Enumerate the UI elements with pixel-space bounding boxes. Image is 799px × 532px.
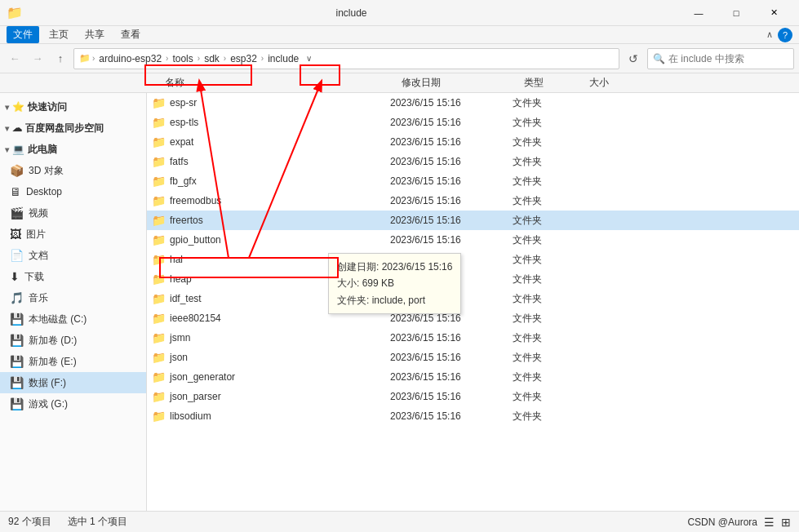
table-row[interactable]: 📁 json_parser 2023/6/15 15:16 文件夹	[147, 387, 799, 406]
path-segment-include[interactable]: include	[265, 52, 301, 65]
col-header-type[interactable]: 类型	[519, 76, 584, 90]
file-date: 2023/6/15 15:16	[390, 195, 513, 206]
table-row[interactable]: 📁 libsodium 2023/6/15 15:16 文件夹	[147, 406, 799, 426]
file-name: json_parser	[170, 391, 390, 402]
file-type: 文件夹	[513, 116, 578, 130]
folder-icon: 📁	[152, 331, 166, 344]
menu-share[interactable]: 共享	[78, 26, 111, 43]
folder-icon: 📁	[152, 273, 166, 286]
address-path[interactable]: 📁 › arduino-esp32 › tools › sdk › esp32 …	[73, 48, 619, 69]
table-row[interactable]: 📁 fb_gfx 2023/6/15 15:16 文件夹	[147, 171, 799, 191]
path-sep-3: ›	[224, 54, 226, 63]
search-icon: 🔍	[653, 53, 665, 64]
file-name: jsmn	[170, 332, 390, 344]
search-input[interactable]	[668, 53, 791, 64]
d-drive-label: 新加卷 (D:)	[29, 334, 77, 348]
sidebar-item-music[interactable]: 🎵 音乐	[0, 287, 146, 308]
folder-icon: 📁	[152, 292, 166, 305]
sidebar-item-f-drive[interactable]: 💾 数据 (F:)	[0, 372, 146, 393]
table-row[interactable]: 📁 ieee802154 2023/6/15 15:16 文件夹	[147, 308, 799, 328]
downloads-label: 下载	[24, 270, 44, 284]
quick-access-label: 快速访问	[28, 100, 67, 114]
file-name: expat	[170, 136, 390, 148]
sidebar-quick-access[interactable]: ▾ ⭐ 快速访问	[0, 96, 146, 117]
desktop-icon: 🖥	[10, 185, 21, 198]
path-segment-tools[interactable]: tools	[170, 52, 195, 65]
expand-icon: ▾	[5, 103, 9, 112]
file-name: esp-tls	[170, 117, 390, 128]
sidebar-item-3d[interactable]: 📦 3D 对象	[0, 160, 146, 181]
view-toggle-icon[interactable]: ☰	[764, 516, 775, 529]
path-segment-sdk[interactable]: sdk	[202, 52, 222, 65]
file-date: 2023/6/15 15:16	[390, 136, 513, 148]
col-header-size[interactable]: 大小	[584, 76, 650, 90]
maximize-button[interactable]: □	[717, 0, 755, 26]
grid-view-icon[interactable]: ⊞	[781, 516, 791, 529]
menu-home[interactable]: 主页	[42, 26, 75, 43]
path-segment-esp32[interactable]: esp32	[228, 52, 260, 65]
table-row[interactable]: 📁 esp-tls 2023/6/15 15:16 文件夹	[147, 113, 799, 132]
window-controls: — □ ✕	[680, 0, 792, 26]
table-row[interactable]: 📁 jsmn 2023/6/15 15:16 文件夹	[147, 328, 799, 348]
path-segment-arduino[interactable]: arduino-esp32	[96, 52, 164, 65]
table-row[interactable]: 📁 json 2023/6/15 15:16 文件夹	[147, 348, 799, 367]
sidebar-baidu[interactable]: ▾ ☁ 百度网盘同步空间	[0, 117, 146, 139]
file-date: 2023/6/15 15:16	[390, 371, 513, 383]
path-dropdown-arrow[interactable]: ∨	[306, 54, 312, 63]
sidebar-item-c-drive[interactable]: 💾 本地磁盘 (C:)	[0, 308, 146, 330]
sidebar-item-e-drive[interactable]: 💾 新加卷 (E:)	[0, 351, 146, 372]
table-row[interactable]: 📁 freertos 2023/6/15 15:16 文件夹	[147, 211, 799, 230]
table-row[interactable]: 📁 gpio_button 2023/6/15 15:16 文件夹	[147, 230, 799, 250]
sidebar-item-pictures[interactable]: 🖼 图片	[0, 224, 146, 245]
sidebar-item-desktop[interactable]: 🖥 Desktop	[0, 181, 146, 202]
table-row[interactable]: 📁 heap 2023/6/15 15:16 文件夹	[147, 269, 799, 289]
file-name: esp-sr	[170, 97, 390, 109]
minimize-button[interactable]: —	[680, 0, 717, 26]
file-name: freertos	[170, 215, 390, 226]
table-row[interactable]: 📁 fatfs 2023/6/15 15:16 文件夹	[147, 152, 799, 171]
file-type: 文件夹	[513, 96, 578, 110]
sidebar-item-video[interactable]: 🎬 视频	[0, 202, 146, 224]
g-drive-icon: 💾	[10, 397, 24, 410]
table-row[interactable]: 📁 expat 2023/6/15 15:16 文件夹	[147, 132, 799, 152]
menu-view[interactable]: 查看	[114, 26, 147, 43]
table-row[interactable]: 📁 esp-sr 2023/6/15 15:16 文件夹	[147, 93, 799, 113]
refresh-button[interactable]: ↺	[623, 48, 644, 69]
sidebar-this-pc[interactable]: ▾ 💻 此电脑	[0, 139, 146, 160]
documents-label: 文档	[29, 249, 48, 263]
table-row[interactable]: 📁 json_generator 2023/6/15 15:16 文件夹	[147, 367, 799, 387]
folder-icon: 📁	[152, 351, 166, 364]
sidebar: ▾ ⭐ 快速访问 ▾ ☁ 百度网盘同步空间 ▾ 💻 此电脑 📦 3D 对象 🖥 …	[0, 93, 147, 511]
file-date: 2023/6/15 15:16	[390, 391, 513, 402]
forward-button[interactable]: →	[28, 49, 47, 69]
tooltip: 创建日期: 2023/6/15 15:16 大小: 699 KB 文件夹: in…	[328, 253, 461, 314]
back-button[interactable]: ←	[5, 49, 24, 69]
help-icon[interactable]: ?	[778, 28, 792, 42]
file-name: fb_gfx	[170, 175, 390, 187]
baidu-icon: ☁	[12, 122, 22, 134]
col-header-name[interactable]: 名称	[160, 76, 397, 90]
ribbon-expand-icon[interactable]: ∧	[766, 29, 773, 40]
f-drive-icon: 💾	[10, 376, 24, 389]
search-box[interactable]: 🔍	[647, 48, 794, 69]
sidebar-item-documents[interactable]: 📄 文档	[0, 245, 146, 266]
music-label: 音乐	[29, 291, 48, 305]
folder-icon: 📁	[152, 390, 166, 403]
file-type: 文件夹	[513, 175, 578, 188]
sidebar-item-g-drive[interactable]: 💾 游戏 (G:)	[0, 393, 146, 415]
sidebar-item-downloads[interactable]: ⬇ 下载	[0, 266, 146, 287]
tooltip-created-date: 创建日期: 2023/6/15 15:16	[337, 259, 452, 275]
menu-bar: 文件 主页 共享 查看 ∧ ?	[0, 26, 799, 44]
up-button[interactable]: ↑	[51, 49, 70, 69]
col-header-date[interactable]: 修改日期	[397, 76, 519, 90]
close-button[interactable]: ✕	[755, 0, 792, 26]
menu-file[interactable]: 文件	[7, 26, 39, 43]
main-area: ▾ ⭐ 快速访问 ▾ ☁ 百度网盘同步空间 ▾ 💻 此电脑 📦 3D 对象 🖥 …	[0, 93, 799, 511]
file-type: 文件夹	[513, 410, 578, 423]
file-date: 2023/6/15 15:16	[390, 117, 513, 128]
table-row[interactable]: 📁 hal 2023/6/15 15:16 文件夹	[147, 250, 799, 269]
credit-text: CSDN @Aurora	[687, 516, 757, 528]
table-row[interactable]: 📁 idf_test 2023/6/15 15:16 文件夹	[147, 289, 799, 308]
table-row[interactable]: 📁 freemodbus 2023/6/15 15:16 文件夹	[147, 191, 799, 211]
sidebar-item-d-drive[interactable]: 💾 新加卷 (D:)	[0, 330, 146, 351]
